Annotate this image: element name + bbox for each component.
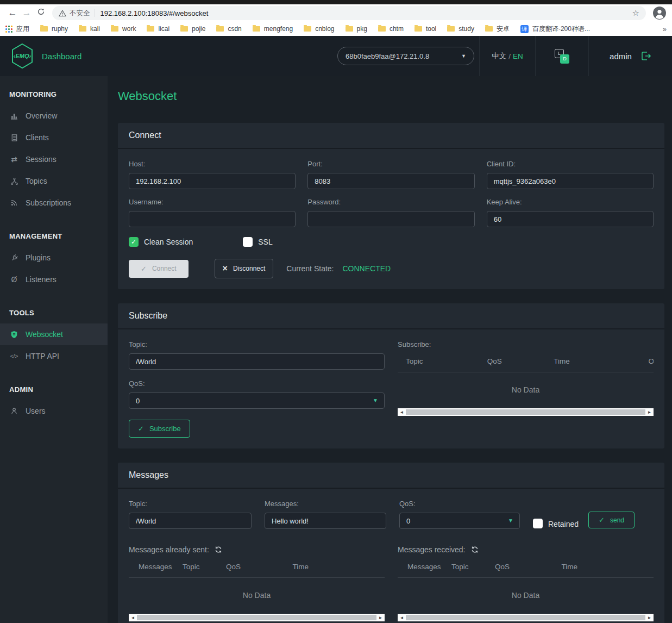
sidebar-item-label: Subscriptions: [26, 198, 71, 207]
column-header: Topic: [398, 357, 487, 365]
node-selector[interactable]: 68b0faeb9faa@172.21.0.8 ▼: [337, 47, 474, 65]
emq-logo-icon: ‹EMQ›: [9, 42, 35, 70]
brand[interactable]: ‹EMQ› Dashboard: [0, 36, 81, 76]
sidebar-item-label: Users: [26, 407, 46, 415]
bookmark-folder[interactable]: work: [111, 25, 136, 33]
column-header: Messages: [398, 563, 451, 571]
scroll-right-icon[interactable]: ►: [645, 410, 654, 415]
port-input[interactable]: [307, 173, 474, 189]
bookmark-folder[interactable]: cnblog: [304, 25, 334, 33]
bookmark-star-icon[interactable]: ☆: [632, 8, 639, 18]
scrollbar-thumb[interactable]: [406, 615, 645, 620]
sent-scrollbar[interactable]: ◄ ►: [129, 614, 385, 621]
scroll-right-icon[interactable]: ►: [645, 615, 654, 620]
clean-session-label: Clean Session: [144, 238, 193, 246]
sidebar-item-listeners[interactable]: Ø Listeners: [0, 269, 108, 290]
bookmark-folder[interactable]: csdn: [216, 25, 241, 33]
sidebar-item-label: Overview: [26, 111, 57, 120]
bookmark-folder[interactable]: licai: [147, 25, 169, 33]
language-toggle[interactable]: 中文 / EN: [479, 36, 535, 76]
bookmark-label: pojie: [192, 25, 205, 33]
bookmark-translate[interactable]: 译 百度翻译-200种语...: [520, 24, 590, 34]
bookmark-folder[interactable]: pkg: [346, 25, 367, 33]
sidebar-item-sessions[interactable]: ⇄ Sessions: [0, 148, 108, 170]
sidebar-item-http-api[interactable]: </> HTTP API: [0, 345, 108, 367]
bookmark-folder[interactable]: kali: [79, 25, 100, 33]
messages-qos-label: QoS:: [399, 500, 520, 508]
sidebar-section-management: MANAGEMENT: [0, 223, 108, 247]
warning-icon[interactable]: [59, 10, 66, 17]
host-input[interactable]: [129, 173, 296, 189]
bookmark-folder[interactable]: tool: [414, 25, 436, 33]
bookmarks-overflow-chevron[interactable]: »: [663, 25, 667, 33]
keep-alive-input[interactable]: [487, 211, 654, 227]
folder-icon: [79, 26, 86, 32]
subscribe-qos-label: QoS:: [129, 379, 385, 388]
folder-icon: [447, 26, 455, 32]
browser-profile-avatar[interactable]: [652, 6, 667, 20]
messages-qos-select[interactable]: [399, 513, 520, 529]
messages-topic-label: Topic:: [129, 500, 252, 508]
security-label[interactable]: 不安全: [70, 9, 90, 18]
refresh-icon: [37, 8, 45, 16]
check-icon: ✓: [131, 238, 136, 246]
refresh-icon[interactable]: [471, 546, 479, 553]
scroll-left-icon[interactable]: ◄: [129, 615, 137, 620]
bookmark-label: work: [122, 25, 136, 33]
sidebar-item-subscriptions[interactable]: Subscriptions: [0, 192, 108, 214]
bookmark-folder[interactable]: 安卓: [485, 24, 510, 34]
username-input[interactable]: [129, 211, 296, 227]
scroll-left-icon[interactable]: ◄: [398, 410, 406, 415]
bookmark-folder[interactable]: mengfeng: [253, 25, 293, 33]
ssl-checkbox[interactable]: [243, 237, 253, 247]
code-icon: </>: [9, 353, 19, 359]
circle-slash-icon: Ø: [9, 275, 19, 284]
sidebar-item-topics[interactable]: Topics: [0, 170, 108, 192]
url-text[interactable]: 192.168.2.100:18083/#/websocket: [101, 9, 632, 17]
subscribe-scrollbar[interactable]: ◄ ►: [398, 408, 654, 416]
connect-button[interactable]: ✓ Connect: [129, 260, 189, 278]
refresh-button[interactable]: [34, 8, 48, 18]
send-button[interactable]: ✓ send: [588, 512, 635, 528]
back-button[interactable]: ←: [5, 8, 20, 18]
messages-payload-input[interactable]: [265, 513, 386, 529]
sidebar-item-websocket[interactable]: Websocket: [0, 323, 108, 345]
bar-chart-icon: [9, 111, 19, 120]
refresh-icon[interactable]: [215, 546, 222, 553]
logout-icon[interactable]: [640, 51, 651, 61]
forward-button[interactable]: →: [20, 8, 34, 18]
subscribe-button[interactable]: ✓ Subscribe: [129, 420, 190, 438]
address-bar[interactable]: 不安全 192.168.2.100:18083/#/websocket ☆: [52, 6, 646, 20]
lang-en[interactable]: EN: [513, 52, 523, 60]
disconnect-button[interactable]: × Disconnect: [215, 259, 274, 278]
scroll-right-icon[interactable]: ►: [376, 615, 385, 620]
clean-session-checkbox[interactable]: ✓: [129, 237, 139, 247]
client-id-input[interactable]: [487, 173, 654, 189]
browser-toolbar: ← → 不安全 192.168.2.100:18083/#/websocket …: [0, 4, 672, 22]
svg-text:‹EMQ›: ‹EMQ›: [14, 53, 32, 59]
bookmark-label: chtm: [390, 25, 404, 33]
bookmark-apps[interactable]: 应用: [5, 24, 29, 34]
current-user[interactable]: admin: [610, 52, 632, 61]
lang-zh[interactable]: 中文: [492, 51, 506, 61]
subscribe-qos-select[interactable]: [129, 393, 385, 409]
password-input[interactable]: [307, 211, 474, 227]
subscribe-topic-input[interactable]: [129, 353, 385, 370]
scrollbar-thumb[interactable]: [406, 409, 645, 415]
sidebar-item-clients[interactable]: Clients: [0, 127, 108, 148]
theme-toggle[interactable]: L D: [555, 49, 569, 64]
retained-checkbox[interactable]: [533, 519, 543, 528]
sidebar-item-plugins[interactable]: Plugins: [0, 247, 108, 269]
messages-topic-input[interactable]: [129, 513, 252, 529]
bookmark-folder[interactable]: pojie: [180, 25, 205, 33]
bookmark-folder[interactable]: study: [447, 25, 474, 33]
scroll-left-icon[interactable]: ◄: [398, 615, 406, 620]
bookmark-folder[interactable]: ruphy: [40, 25, 68, 33]
sidebar-item-overview[interactable]: Overview: [0, 105, 108, 127]
scrollbar-thumb[interactable]: [137, 615, 376, 620]
bookmark-folder[interactable]: chtm: [378, 25, 404, 33]
theme-dark-icon: D: [560, 54, 569, 64]
sidebar-item-users[interactable]: Users: [0, 400, 108, 422]
received-scrollbar[interactable]: ◄ ►: [398, 614, 654, 621]
messages-card: Messages Topic: Messages: QoS: ▼: [118, 463, 664, 623]
